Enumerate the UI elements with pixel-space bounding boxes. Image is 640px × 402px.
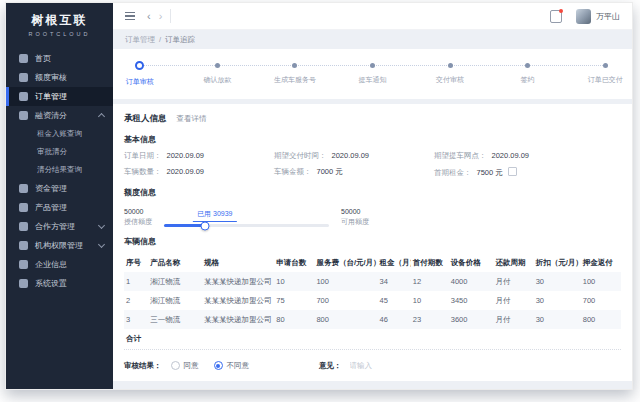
- topbar: ‹ › 万平山: [113, 3, 632, 30]
- user-name[interactable]: 万平山: [596, 11, 620, 22]
- table-cell: 700: [581, 291, 621, 310]
- vehicle-table: 序号产品名称规格申请台数服务费（台/元/月）租金（月）首付期数设备价格还款周期折…: [124, 254, 621, 348]
- sidebar-item[interactable]: 产品管理: [6, 198, 113, 217]
- menu-icon: [19, 92, 28, 101]
- table-cell: 100: [581, 272, 621, 291]
- sidebar-item-label: 资金管理: [35, 183, 67, 194]
- info-field: 车辆数量：2020.09.09: [124, 167, 274, 178]
- table-cell: 12: [411, 272, 449, 291]
- step-dot: [448, 63, 453, 68]
- sidebar-item-label: 合作方管理: [35, 221, 75, 232]
- step-label: 订单审核: [105, 77, 175, 87]
- brand-subname: ROOTCLOUD: [6, 31, 113, 37]
- sidebar-item[interactable]: 首页: [6, 49, 113, 68]
- opinion-input[interactable]: [348, 360, 482, 371]
- step: 确认放款: [182, 60, 252, 85]
- table-row: 3三一物流某某某快递加盟公司8080046233600月付30800: [124, 310, 621, 329]
- info-field: 期望提车网点：2020.09.09: [434, 151, 621, 161]
- sidebar-item-label: 审批清分: [37, 147, 67, 157]
- sidebar-subitem[interactable]: 审批清分: [6, 143, 113, 161]
- quota-info-title: 额度信息: [124, 187, 621, 198]
- radio-icon[interactable]: [171, 361, 180, 370]
- step-label: 订单已交付: [570, 75, 633, 85]
- sidebar-subitem[interactable]: 清分结果查询: [6, 161, 113, 179]
- field-value: 2020.09.09: [332, 151, 370, 160]
- sidebar-item[interactable]: 企业信息: [6, 255, 113, 274]
- table-total-row: 合计: [124, 329, 621, 348]
- table-cell: 800: [314, 310, 377, 329]
- table-cell: 3600: [449, 310, 494, 329]
- sidebar-item[interactable]: 额度审核: [6, 68, 113, 87]
- radio-label: 不同意: [227, 361, 250, 371]
- table-cell: 80: [274, 310, 314, 329]
- forward-icon[interactable]: ›: [159, 11, 163, 22]
- table-header-cell: 申请台数: [274, 254, 314, 272]
- breadcrumb-page: 订单追踪: [165, 35, 195, 45]
- view-details-link[interactable]: 查看详情: [177, 114, 207, 124]
- quota-left-label: 授信额度: [124, 217, 152, 227]
- sidebar-item[interactable]: 融资清分: [6, 106, 113, 125]
- menu-icon: [19, 260, 28, 269]
- radio-label: 同意: [184, 361, 199, 371]
- back-icon[interactable]: ‹: [147, 11, 151, 22]
- step: 订单审核: [105, 60, 175, 87]
- table-cell: 30: [534, 291, 581, 310]
- topbar-divider: [170, 9, 171, 23]
- slider-track[interactable]: [164, 224, 329, 227]
- slider-handle[interactable]: [201, 221, 210, 230]
- quota-slider: 已用 30939: [164, 212, 329, 227]
- table-cell: 10: [274, 272, 314, 291]
- avatar[interactable]: [576, 9, 591, 24]
- table-cell: 某某某快递加盟公司: [202, 291, 274, 310]
- chevron-down-icon: [98, 222, 105, 229]
- order-progress-card: 订单审核确认放款生成车服务号提车通知交付审核签约订单已交付: [113, 49, 632, 99]
- step-dot: [525, 63, 530, 68]
- table-header-cell: 服务费（台/元/月）: [314, 254, 377, 272]
- table-row: 2湘江物流某某某快递加盟公司7570045103450月付30700: [124, 291, 621, 310]
- table-cell: 34: [377, 272, 410, 291]
- table-cell: 湘江物流: [148, 291, 202, 310]
- info-field: 车辆金额：7000 元: [274, 167, 434, 178]
- content-column: ‹ › 万平山 订单管理 / 订单追踪 订单审核确认放款生成车服务号提车通知交付…: [113, 3, 632, 389]
- sidebar-item-label: 机构权限管理: [35, 240, 83, 251]
- table-header-cell: 规格: [202, 254, 274, 272]
- sidebar-item[interactable]: 订单管理: [6, 87, 113, 106]
- step-dot: [370, 63, 375, 68]
- table-bottom-divider: [124, 349, 621, 350]
- table-cell: 2: [124, 291, 148, 310]
- sidebar-item[interactable]: 合作方管理: [6, 217, 113, 236]
- audit-row: 审核结果： 同意不同意 意见：: [124, 360, 621, 371]
- menu-icon: [19, 203, 28, 212]
- info-field: 期望交付时间：2020.09.09: [274, 151, 434, 161]
- breadcrumb-section[interactable]: 订单管理: [125, 35, 155, 45]
- doc-icon[interactable]: [508, 167, 517, 176]
- table-header-cell: 产品名称: [148, 254, 202, 272]
- table-cell: 23: [411, 310, 449, 329]
- radio-option[interactable]: 不同意: [214, 361, 250, 371]
- sidebar-item-label: 融资清分: [35, 110, 67, 121]
- sidebar-item[interactable]: 系统设置: [6, 274, 113, 293]
- quota-left: 50000 授信额度: [124, 207, 152, 227]
- quota-left-value: 50000: [124, 207, 152, 217]
- notification-icon[interactable]: [550, 10, 562, 23]
- table-cell: 45: [377, 291, 410, 310]
- menu-toggle-icon[interactable]: [125, 12, 135, 21]
- table-cell: 1: [124, 272, 148, 291]
- sidebar-item[interactable]: 资金管理: [6, 179, 113, 198]
- step: 交付审核: [415, 60, 485, 85]
- sidebar-item[interactable]: 机构权限管理: [6, 236, 113, 255]
- sidebar-subitem[interactable]: 租金入账查询: [6, 125, 113, 143]
- order-detail-card: 承租人信息 查看详情 基本信息 订单日期：2020.09.09期望交付时间：20…: [113, 104, 632, 381]
- info-field: 订单日期：2020.09.09: [124, 151, 274, 161]
- step-label: 交付审核: [415, 75, 485, 85]
- table-total-label: 合计: [124, 329, 621, 348]
- step: 生成车服务号: [260, 60, 330, 85]
- radio-option[interactable]: 同意: [171, 361, 199, 371]
- table-row: 1湘江物流某某某快递加盟公司1010034124000月付30100: [124, 272, 621, 291]
- brand-name: 树根互联: [6, 12, 113, 29]
- radio-icon[interactable]: [214, 361, 223, 370]
- table-header-row: 序号产品名称规格申请台数服务费（台/元/月）租金（月）首付期数设备价格还款周期折…: [124, 254, 621, 272]
- breadcrumb: 订单管理 / 订单追踪: [113, 30, 632, 49]
- lessee-header: 承租人信息 查看详情: [124, 113, 621, 125]
- step: 订单已交付: [570, 60, 633, 85]
